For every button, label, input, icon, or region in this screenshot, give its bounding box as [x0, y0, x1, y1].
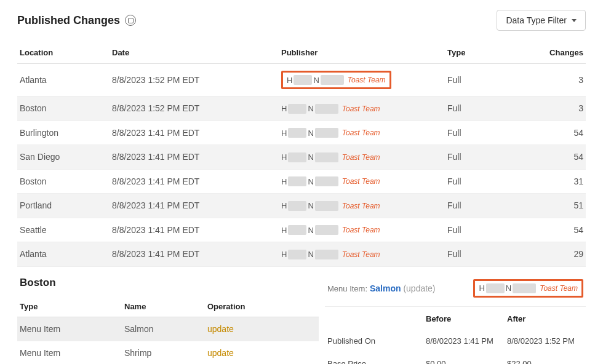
- cell-date: 8/8/2023 1:41 PM EDT: [110, 218, 279, 242]
- pub-initial2: N: [313, 76, 319, 85]
- cell-type: Full: [445, 145, 494, 170]
- redact-block: [294, 75, 312, 85]
- items-table: Type Name Operation Menu ItemSalmonupdat…: [17, 296, 319, 365]
- list-item[interactable]: Menu ItemSalmonupdate: [17, 317, 319, 341]
- cmp-label: Published On: [325, 330, 423, 352]
- filter-label: Data Type Filter: [506, 15, 567, 25]
- cmp-after: $22.00: [505, 352, 586, 365]
- redact-block: [513, 283, 536, 293]
- table-row[interactable]: Atlanta8/8/2023 1:52 PM EDTHNToast TeamF…: [17, 64, 586, 97]
- cell-item-type: Menu Item: [17, 341, 122, 364]
- col-location[interactable]: Location: [17, 42, 110, 64]
- detail-prefix: Menu Item:: [327, 284, 367, 293]
- table-row[interactable]: Atlanta8/8/2023 1:41 PM EDTHNToast TeamF…: [17, 242, 586, 267]
- table-row[interactable]: San Diego8/8/2023 1:41 PM EDTHNToast Tea…: [17, 145, 586, 170]
- redact-block: [288, 201, 306, 211]
- cell-publisher: HNToast Team: [279, 169, 445, 194]
- cmp-after: 8/8/02023 1:52 PM: [505, 330, 586, 352]
- pub-initial1: H: [281, 250, 287, 259]
- toast-team-label: Toast Team: [342, 250, 380, 259]
- redact-block: [288, 250, 306, 259]
- table-row[interactable]: Boston8/8/2023 1:52 PM EDTHNToast TeamFu…: [17, 97, 586, 121]
- col-item-type[interactable]: Type: [17, 296, 122, 317]
- redact-block: [315, 104, 338, 114]
- pub-initial1: H: [281, 129, 287, 138]
- cell-date: 8/8/2023 1:41 PM EDT: [110, 121, 279, 145]
- cell-item-name: Salmon: [122, 317, 205, 341]
- detail-suffix: (update): [403, 283, 435, 293]
- cell-changes: 29: [494, 242, 586, 267]
- redact-block: [288, 176, 306, 186]
- pub-initial1: H: [287, 76, 292, 85]
- detail-header: Menu Item: Salmon (update) H N Toast Tea…: [325, 275, 586, 307]
- operation-link[interactable]: update: [207, 348, 234, 358]
- cell-item-type: Menu Item: [17, 317, 122, 341]
- help-icon[interactable]: [125, 15, 136, 26]
- cell-item-op: update: [205, 317, 319, 341]
- cell-date: 8/8/2023 1:41 PM EDT: [110, 169, 279, 194]
- cell-location: Atlanta: [17, 242, 110, 267]
- detail-section-title: Boston: [20, 277, 319, 289]
- cell-changes: 31: [494, 169, 586, 194]
- cell-location: Portland: [17, 194, 110, 218]
- cell-publisher: HNToast Team: [279, 218, 445, 242]
- cell-item-name: Shrimp: [122, 341, 205, 364]
- page-header: Published Changes Data Type Filter: [17, 10, 586, 31]
- compare-row: Base Price$0.00$22.00: [325, 352, 586, 365]
- toast-team-label: Toast Team: [342, 105, 380, 113]
- redact-block: [288, 104, 306, 114]
- table-row[interactable]: Seattle8/8/2023 1:41 PM EDTHNToast TeamF…: [17, 218, 586, 242]
- pub-initial1: H: [479, 283, 484, 293]
- table-row[interactable]: Portland8/8/2023 1:41 PM EDTHNToast Team…: [17, 194, 586, 218]
- pub-initial1: H: [281, 201, 287, 210]
- pub-initial2: N: [506, 283, 511, 293]
- cell-changes: 3: [494, 97, 586, 121]
- pub-initial2: N: [308, 152, 313, 162]
- toast-team-label: Toast Team: [540, 284, 578, 293]
- cell-type: Full: [445, 97, 494, 121]
- compare-table: Before After Published On8/8/02023 1:41 …: [325, 307, 586, 365]
- operation-link[interactable]: update: [207, 324, 234, 334]
- toast-team-label: Toast Team: [342, 226, 380, 234]
- cell-publisher: HNToast Team: [279, 64, 445, 97]
- compare-row: Published On8/8/02023 1:41 PM8/8/02023 1…: [325, 330, 586, 352]
- cell-type: Full: [445, 121, 494, 145]
- pub-initial2: N: [308, 226, 313, 235]
- data-type-filter-button[interactable]: Data Type Filter: [497, 10, 586, 31]
- redact-block: [288, 128, 306, 138]
- cell-type: Full: [445, 169, 494, 194]
- cell-type: Full: [445, 194, 494, 218]
- col-type[interactable]: Type: [445, 42, 494, 64]
- cell-location: Atlanta: [17, 64, 110, 97]
- cmp-label: Base Price: [325, 352, 423, 365]
- redact-block: [321, 75, 344, 85]
- cell-type: Full: [445, 218, 494, 242]
- col-changes[interactable]: Changes: [494, 42, 586, 64]
- cell-date: 8/8/2023 1:52 PM EDT: [110, 64, 279, 97]
- cell-date: 8/8/2023 1:41 PM EDT: [110, 145, 279, 170]
- redact-block: [315, 152, 338, 162]
- col-publisher[interactable]: Publisher: [279, 42, 445, 64]
- col-item-operation[interactable]: Operation: [205, 296, 319, 317]
- cell-type: Full: [445, 64, 494, 97]
- toast-team-label: Toast Team: [342, 129, 380, 137]
- redact-block: [288, 225, 306, 235]
- cell-publisher: HNToast Team: [279, 194, 445, 218]
- cell-location: Boston: [17, 169, 110, 194]
- pub-initial1: H: [281, 104, 287, 113]
- cell-changes: 51: [494, 194, 586, 218]
- cell-publisher: HNToast Team: [279, 121, 445, 145]
- pub-initial2: N: [308, 201, 313, 210]
- list-item[interactable]: Menu ItemShrimpupdate: [17, 341, 319, 364]
- table-row[interactable]: Burlington8/8/2023 1:41 PM EDTHNToast Te…: [17, 121, 586, 145]
- col-after: After: [505, 307, 586, 330]
- redact-block: [486, 283, 505, 293]
- col-before: Before: [423, 307, 505, 330]
- pub-initial2: N: [308, 104, 313, 113]
- col-date[interactable]: Date: [110, 42, 279, 64]
- detail-item-name[interactable]: Salmon: [370, 283, 401, 293]
- cell-location: San Diego: [17, 145, 110, 170]
- cell-type: Full: [445, 242, 494, 267]
- col-item-name[interactable]: Name: [122, 296, 205, 317]
- table-row[interactable]: Boston8/8/2023 1:41 PM EDTHNToast TeamFu…: [17, 169, 586, 194]
